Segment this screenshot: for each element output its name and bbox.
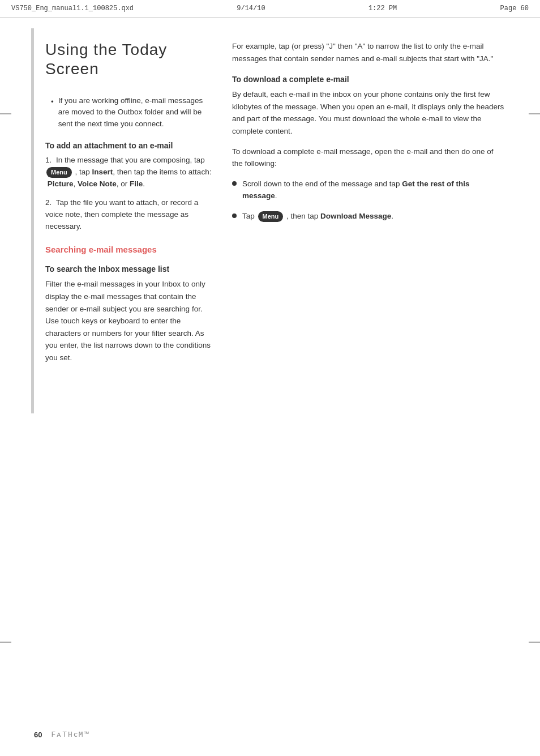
circle-dot-1 — [232, 181, 237, 186]
download-bullet-1: Scroll down to the end of the message an… — [232, 178, 506, 202]
search-subheading: To search the Inbox message list — [45, 264, 215, 274]
step2-text: Tap the file you want to attach, or reco… — [45, 198, 198, 230]
header-date: 9/14/10 — [237, 5, 265, 12]
offline-bullet-item: • If you are working offline, e-mail mes… — [51, 95, 215, 130]
offline-section: • If you are working offline, e-mail mes… — [45, 95, 215, 130]
menu-button-icon-2: Menu — [258, 211, 284, 222]
crop-mark-left-bottom — [0, 642, 11, 643]
header-time: 1:22 PM — [368, 5, 397, 12]
download-bullet-list: Scroll down to the end of the message an… — [232, 178, 506, 223]
footer-brand: FᴀTHᴄM™ — [51, 730, 89, 739]
page-title: Using the Today Screen — [45, 40, 215, 78]
download-para1: By default, each e-mail in the inbox on … — [232, 88, 506, 137]
header-file-info: VS750_Eng_manual1.1_100825.qxd — [11, 5, 134, 12]
download-para2: To download a complete e-mail message, o… — [232, 146, 506, 170]
circle-dot-2 — [232, 213, 237, 218]
footer-page-number: 60 — [34, 731, 42, 739]
menu-button-icon-1: Menu — [46, 167, 72, 178]
left-column: Using the Today Screen • If you are work… — [45, 40, 215, 372]
header-bar: VS750_Eng_manual1.1_100825.qxd 9/14/10 1… — [0, 0, 540, 18]
right-column: For example, tap (or press) "J" then "A"… — [232, 40, 506, 372]
filter-example: For example, tap (or press) "J" then "A"… — [232, 40, 506, 65]
crop-mark-right-top — [529, 113, 540, 114]
header-page: Page 60 — [500, 5, 529, 12]
attachment-heading: To add an attachment to an e-mail — [45, 141, 215, 150]
download-heading: To download a complete e-mail — [232, 75, 506, 84]
offline-bullet-text: If you are working offline, e-mail messa… — [58, 95, 215, 130]
step1-text: In the message that you are composing, t… — [45, 156, 211, 188]
download-bullet-2: Tap Menu , then tap Download Message. — [232, 210, 506, 223]
search-para: Filter the e-mail messages in your Inbox… — [45, 278, 215, 364]
step1: 1. In the message that you are composing… — [45, 155, 215, 190]
left-accent-bar — [31, 28, 34, 413]
page-container: VS750_Eng_manual1.1_100825.qxd 9/14/10 1… — [0, 0, 540, 756]
bullet-dot: • — [51, 96, 54, 130]
download-bullet1-text: Scroll down to the end of the message an… — [242, 178, 506, 202]
main-content: Using the Today Screen • If you are work… — [0, 23, 540, 389]
step2: 2. Tap the file you want to attach, or r… — [45, 197, 215, 233]
footer: 60 FᴀTHᴄM™ — [34, 730, 506, 739]
crop-mark-right-bottom — [529, 642, 540, 643]
step2-num: 2. — [45, 198, 52, 207]
step1-num: 1. — [45, 156, 52, 164]
searching-heading: Searching e-mail messages — [45, 245, 215, 254]
download-bullet2-text: Tap Menu , then tap Download Message. — [242, 210, 393, 223]
crop-mark-left-top — [0, 113, 11, 114]
